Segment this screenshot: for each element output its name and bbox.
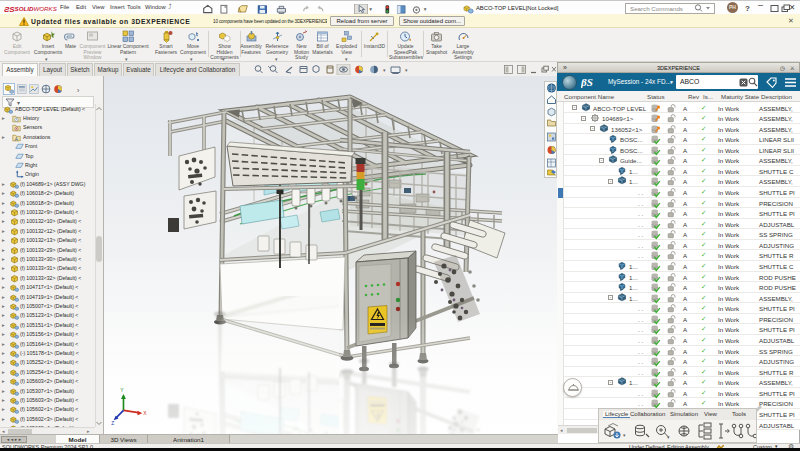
svg-text:▾: ▾ — [369, 6, 372, 12]
svg-text:▾: ▾ — [405, 67, 408, 73]
svg-text:SOLIDWORKS: SOLIDWORKS — [15, 5, 58, 12]
svg-text:▾: ▾ — [383, 67, 386, 73]
svg-text:▾: ▾ — [623, 432, 626, 438]
svg-text:▾: ▾ — [424, 6, 427, 12]
svg-text:▾: ▾ — [667, 434, 670, 440]
svg-text:Z: Z — [111, 421, 114, 426]
svg-text:βS: βS — [581, 76, 593, 88]
svg-text:›: › — [77, 87, 79, 94]
